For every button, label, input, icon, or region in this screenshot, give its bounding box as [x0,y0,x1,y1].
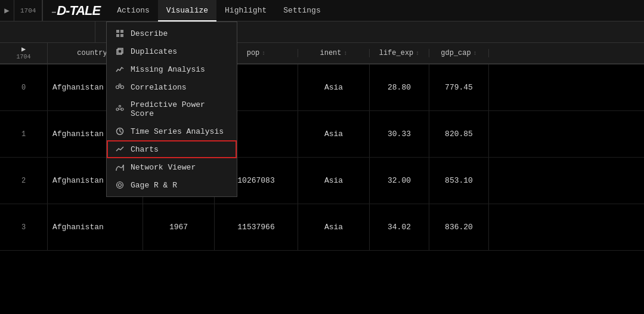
cell-life-0: 28.80 [370,64,429,110]
row-count-header: 1704 [16,54,30,60]
menu-item-missing[interactable]: Missing Analysis [107,60,237,78]
timeseries-icon [115,127,125,136]
menu-item-pps[interactable]: Predictive Power Score [107,96,237,122]
svg-point-24 [119,184,122,187]
menu-label-gage: Gage R & R [131,181,177,190]
menu-label-charts: Charts [131,145,159,154]
grid-header: ▶ 1704 country ↕ year ↕ pop ↕ inent ↕ li… [0,43,644,64]
app-logo: –D-TALE [43,3,109,19]
cell-continent-2: Asia [298,158,370,204]
cell-gdp-3: 836.20 [429,204,489,250]
cell-life-2: 32.00 [370,158,429,204]
cell-country-3: Afghanistan [48,204,143,250]
menu-label-describe: Describe [131,29,168,38]
describe-icon [115,29,125,38]
svg-point-23 [117,182,123,189]
row-count: 1704 [20,7,36,14]
header-gdp-cap[interactable]: gdp_cap ↕ [429,49,489,57]
svg-line-17 [121,109,122,109]
correlations-icon [115,82,125,92]
missing-icon [115,64,125,74]
header-life-exp[interactable]: life_exp ↕ [370,49,429,57]
sort-icon-continent: ↕ [344,50,348,57]
cell-continent-3: Asia [298,204,370,250]
svg-point-14 [119,106,121,107]
svg-rect-0 [116,30,119,33]
prev-arrow[interactable]: ▶ [0,0,14,21]
cell-gdp-1: 820.85 [429,111,489,157]
cell-index-1: 1 [0,111,48,157]
row-total: 1704 [14,0,42,21]
svg-line-16 [118,109,119,109]
header-index: ▶ 1704 [0,43,48,63]
cell-life-3: 34.02 [370,204,429,250]
menu-label-timeseries: Time Series Analysis [131,127,224,136]
header-continent[interactable]: inent ↕ [298,49,370,57]
cell-pop-3: 11537966 [215,204,298,250]
cell-life-1: 30.33 [370,111,429,157]
nav-visualize[interactable]: Visualize [158,0,216,21]
table-header [0,21,644,43]
arrow-right[interactable]: ▶ [21,46,26,54]
nav-actions[interactable]: Actions [109,0,158,21]
network-icon [115,162,125,172]
cell-year-3: 1967 [143,204,215,250]
menu-item-timeseries[interactable]: Time Series Analysis [107,122,237,140]
table-row: 1 Afghanistan Asia 30.33 820.85 [0,111,644,158]
data-table [0,21,644,43]
cell-gdp-2: 853.10 [429,158,489,204]
table-row: 0 Afghanistan Asia 28.80 779.45 [0,64,644,111]
menu-item-charts[interactable]: Charts [107,140,237,158]
nav-left: ▶ 1704 [0,0,43,21]
svg-rect-5 [118,48,123,53]
menu-item-network[interactable]: Network Viewer [107,158,237,176]
table-row: 3 Afghanistan 1967 11537966 Asia 34.02 8… [0,204,644,251]
menu-label-duplicates: Duplicates [131,47,177,56]
sort-icon-life: ↕ [416,50,419,57]
navbar: ▶ 1704 –D-TALE Actions Visualize Highlig… [0,0,644,21]
menu-item-gage[interactable]: Gage R & R [107,176,237,194]
menu-label-pps: Predictive Power Score [131,100,228,118]
menu-item-duplicates[interactable]: Duplicates [107,42,237,60]
svg-rect-3 [120,34,123,37]
svg-rect-1 [120,30,123,33]
menu-item-correlations[interactable]: Correlations [107,78,237,96]
svg-line-20 [120,131,122,133]
menu-label-missing: Missing Analysis [131,65,205,74]
cell-gdp-0: 779.45 [429,64,489,110]
table-row: 2 Afghanistan 1962 10267083 Asia 32.00 8… [0,158,644,204]
nav-highlight[interactable]: Highlight [216,0,275,21]
cell-index-2: 2 [0,158,48,204]
charts-icon [115,144,125,154]
cell-continent-1: Asia [298,111,370,157]
duplicates-icon [115,47,125,56]
cell-index-3: 3 [0,204,48,250]
svg-point-8 [119,84,121,86]
nav-settings[interactable]: Settings [275,0,329,21]
svg-rect-4 [117,50,122,54]
data-grid: ▶ 1704 country ↕ year ↕ pop ↕ inent ↕ li… [0,43,644,251]
pps-icon [115,104,125,114]
col-header-index [0,21,95,42]
cell-continent-0: Asia [298,64,370,110]
visualize-dropdown: Describe Duplicates Missing Analysis [106,21,237,197]
menu-item-describe[interactable]: Describe [107,24,237,42]
svg-rect-2 [116,34,119,37]
cell-index-0: 0 [0,64,48,110]
menu-label-network: Network Viewer [131,163,196,172]
sort-icon-pop: ↕ [262,50,265,57]
sort-icon-gdp: ↕ [473,50,477,57]
gage-icon [115,180,125,190]
menu-label-correlations: Correlations [131,83,187,92]
